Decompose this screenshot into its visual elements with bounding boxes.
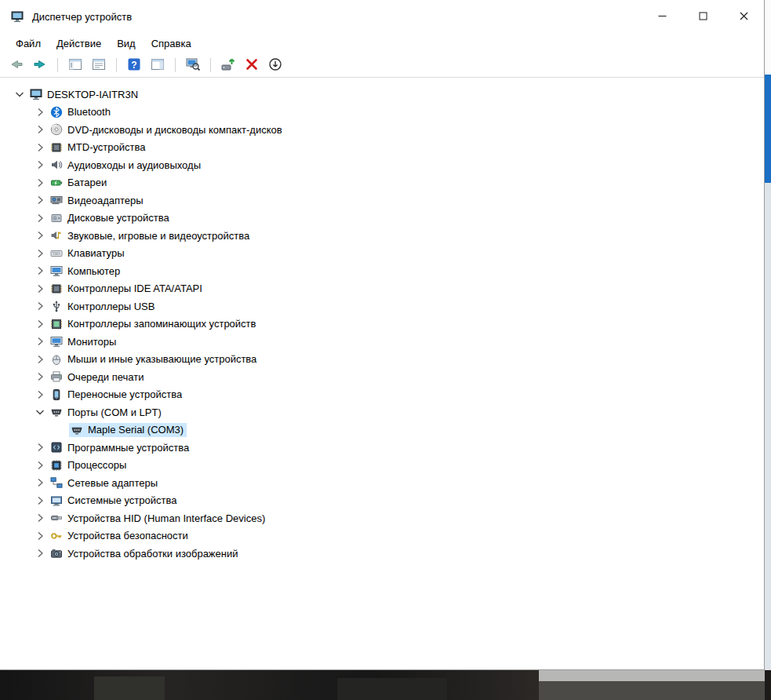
update-driver-button[interactable] (218, 55, 238, 75)
chevron-collapsed-icon[interactable] (31, 283, 49, 295)
chevron-collapsed-icon[interactable] (31, 264, 49, 277)
tree-item-body[interactable]: Звуковые, игровые и видеоустройства (49, 228, 253, 242)
tree-item-body[interactable]: Maple Serial (COM3) (69, 423, 187, 437)
tree-item-bluetooth[interactable]: Bluetooth (0, 104, 764, 122)
chevron-expanded-icon[interactable] (11, 88, 28, 100)
tree-item-batteries[interactable]: Батареи (0, 174, 764, 192)
tree-item-body[interactable]: Устройства HID (Human Interface Devices) (49, 511, 268, 525)
tree-item-body[interactable]: Контроллеры запоминающих устройств (49, 317, 259, 331)
tree-item-body[interactable]: Устройства безопасности (49, 529, 191, 543)
tree-item-body[interactable]: Аудиовходы и аудиовыходы (49, 158, 204, 172)
tree-item-body[interactable]: Мониторы (49, 334, 119, 348)
chevron-collapsed-icon[interactable] (31, 476, 49, 489)
chevron-collapsed-icon[interactable] (31, 459, 49, 472)
tree-item-network-adapters[interactable]: Сетевые адаптеры (0, 474, 764, 492)
tree-item-imaging-devices[interactable]: Устройства обработки изображений (0, 545, 764, 563)
tree-item-body[interactable]: Контроллеры IDE ATA/ATAPI (49, 282, 205, 296)
maximize-button[interactable] (682, 0, 723, 33)
scan-hardware-button[interactable] (183, 55, 203, 75)
menu-action[interactable]: Действие (49, 35, 109, 52)
tree-item-ports-com-lpt[interactable]: Порты (COM и LPT) (0, 403, 764, 421)
chevron-collapsed-icon[interactable] (31, 441, 49, 454)
chevron-collapsed-icon[interactable] (31, 547, 49, 560)
chevron-collapsed-icon[interactable] (31, 159, 49, 171)
tree-item-body[interactable]: Контроллеры USB (49, 299, 158, 313)
tree-item-ide-controllers[interactable]: Контроллеры IDE ATA/ATAPI (0, 280, 764, 298)
tree-item-body[interactable]: Программные устройства (49, 440, 192, 454)
hid-icon (50, 512, 63, 524)
computer-icon (30, 88, 42, 100)
action-pane-button[interactable] (147, 55, 168, 75)
tree-item-maple-serial-com3[interactable]: Maple Serial (COM3) (0, 421, 764, 439)
chevron-collapsed-icon[interactable] (31, 177, 49, 189)
tree-item-body[interactable]: Компьютер (49, 264, 123, 278)
tree-item-body[interactable]: Порты (COM и LPT) (49, 405, 165, 419)
chevron-collapsed-icon[interactable] (31, 353, 49, 366)
chevron-collapsed-icon[interactable] (31, 512, 49, 524)
chevron-collapsed-icon[interactable] (31, 335, 49, 348)
tree-item-monitors[interactable]: Мониторы (0, 333, 764, 351)
chevron-expanded-icon[interactable] (31, 406, 49, 418)
chevron-collapsed-icon[interactable] (31, 494, 49, 507)
chevron-collapsed-icon[interactable] (31, 318, 49, 330)
tree-item-body[interactable]: Переносные устройства (49, 388, 185, 402)
chevron-collapsed-icon[interactable] (31, 141, 49, 154)
tree-item-usb-controllers[interactable]: Контроллеры USB (0, 297, 764, 315)
tree-item-mice[interactable]: Мыши и иные указывающие устройства (0, 351, 764, 369)
tree-item-body[interactable]: MTD-устройства (49, 140, 148, 155)
tree-item-desktop-iaitr3n[interactable]: DESKTOP-IAITR3N (0, 86, 764, 104)
tree-item-computer[interactable]: Компьютер (0, 262, 764, 280)
forward-button[interactable] (30, 55, 50, 75)
tree-item-body[interactable]: Устройства обработки изображений (49, 546, 242, 560)
show-console-tree-button[interactable] (65, 55, 85, 75)
tree-item-body[interactable]: Клавиатуры (49, 246, 128, 261)
tree-item-video-adapters[interactable]: Видеоадаптеры (0, 191, 764, 210)
tree-item-keyboards[interactable]: Клавиатуры (0, 245, 764, 263)
tree-item-body[interactable]: Очереди печати (49, 370, 147, 384)
tree-item-body[interactable]: DVD-дисководы и дисководы компакт-дисков (49, 122, 285, 137)
close-button[interactable] (723, 0, 764, 33)
tree-item-body[interactable]: Видеоадаптеры (49, 193, 147, 207)
tree-item-body[interactable]: Сетевые адаптеры (49, 476, 161, 490)
chevron-collapsed-icon[interactable] (31, 212, 49, 224)
minimize-button[interactable] (642, 0, 682, 33)
chevron-collapsed-icon[interactable] (31, 370, 49, 383)
tree-item-body[interactable]: DESKTOP-IAITR3N (28, 87, 141, 101)
chevron-collapsed-icon[interactable] (31, 123, 49, 136)
tree-item-processors[interactable]: Процессоры (0, 457, 764, 475)
tree-item-mtd-devices[interactable]: MTD-устройства (0, 139, 764, 157)
tree-item-body[interactable]: Батареи (49, 176, 110, 190)
tree-item-audio-inputs-outputs[interactable]: Аудиовходы и аудиовыходы (0, 156, 764, 174)
menu-view[interactable]: Вид (109, 35, 144, 52)
tree-item-print-queues[interactable]: Очереди печати (0, 368, 764, 386)
tree-item-body[interactable]: Дисковые устройства (49, 211, 173, 225)
tree-item-body[interactable]: Bluetooth (49, 105, 114, 119)
chevron-collapsed-icon[interactable] (31, 300, 49, 312)
help-button[interactable]: ? (124, 55, 144, 75)
tree-item-storage-controllers[interactable]: Контроллеры запоминающих устройств (0, 315, 764, 334)
tree-item-body[interactable]: Системные устройства (49, 494, 180, 508)
tree-item-body[interactable]: Мыши и иные указывающие устройства (49, 352, 260, 366)
tree-item-sound-game-video[interactable]: Звуковые, игровые и видеоустройства (0, 227, 764, 245)
chevron-collapsed-icon[interactable] (31, 388, 49, 401)
titlebar[interactable]: Диспетчер устройств (0, 0, 764, 33)
chevron-collapsed-icon[interactable] (31, 194, 49, 206)
chevron-collapsed-icon[interactable] (31, 247, 49, 260)
uninstall-device-button[interactable] (242, 55, 262, 75)
chevron-collapsed-icon[interactable] (31, 229, 49, 242)
tree-item-hid-devices[interactable]: Устройства HID (Human Interface Devices) (0, 509, 764, 527)
tree-item-software-devices[interactable]: Программные устройства (0, 439, 764, 457)
disable-device-button[interactable] (265, 55, 285, 75)
tree-item-dvd-drives[interactable]: DVD-дисководы и дисководы компакт-дисков (0, 121, 764, 139)
properties-button[interactable] (89, 55, 109, 75)
chevron-collapsed-icon[interactable] (31, 530, 49, 542)
chevron-collapsed-icon[interactable] (31, 106, 49, 118)
tree-item-security-devices[interactable]: Устройства безопасности (0, 527, 764, 545)
back-button[interactable] (6, 55, 27, 75)
tree-item-body[interactable]: Процессоры (49, 458, 129, 472)
tree-item-portable-devices[interactable]: Переносные устройства (0, 386, 764, 404)
menu-file[interactable]: Файл (8, 35, 49, 52)
tree-item-disk-devices[interactable]: Дисковые устройства (0, 210, 764, 228)
tree-item-system-devices[interactable]: Системные устройства (0, 492, 764, 510)
menu-help[interactable]: Справка (144, 35, 199, 52)
